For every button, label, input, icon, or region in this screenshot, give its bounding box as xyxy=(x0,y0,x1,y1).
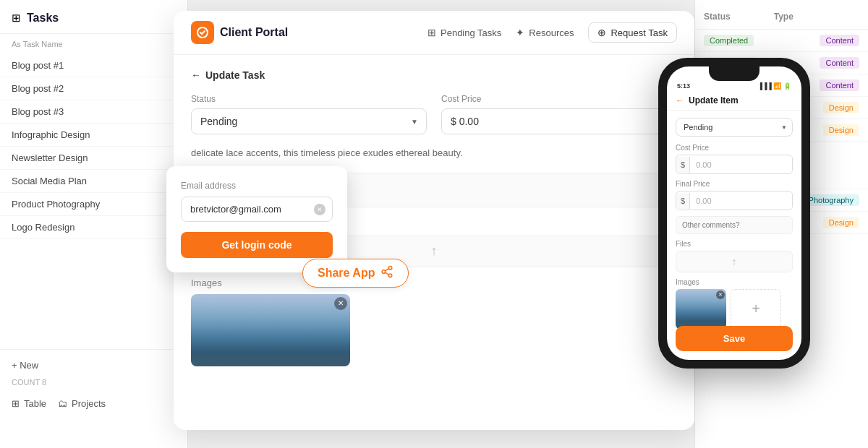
cost-price-field: Cost Price xyxy=(441,94,677,134)
task-description: delicate lace accents, this timeless pie… xyxy=(191,146,677,161)
portal-brand-name: Client Portal xyxy=(220,26,288,39)
status-select-wrapper[interactable]: Pending xyxy=(191,108,427,134)
status-badge: Completed xyxy=(704,35,754,46)
phone-cost-input[interactable] xyxy=(690,157,793,173)
back-arrow-icon: ← xyxy=(191,69,201,81)
list-item[interactable]: Product Photography xyxy=(0,193,187,216)
phone-back-icon[interactable]: ← xyxy=(676,95,684,105)
share-app-button[interactable]: Share App xyxy=(302,259,409,288)
image-thumbnail: ✕ xyxy=(191,294,350,366)
phone-status-wrapper[interactable]: Pending ▼ xyxy=(676,118,793,137)
portal-logo: Client Portal xyxy=(191,21,288,44)
email-input-wrapper: ✕ xyxy=(181,197,333,222)
sidebar-header: ⊞ Tasks xyxy=(0,12,187,34)
email-label: Email address xyxy=(181,181,333,191)
share-icon xyxy=(380,265,393,281)
tasks-sidebar: ⊞ Tasks As Task Name Blog post #1 Blog p… xyxy=(0,0,188,448)
new-item-button[interactable]: + New xyxy=(12,356,176,375)
type-badge: Design xyxy=(823,217,859,228)
type-badge: Photography xyxy=(803,194,859,206)
phone-image-close-button[interactable]: ✕ xyxy=(716,290,725,299)
status-field: Status Pending xyxy=(191,94,427,134)
phone-time: 5:13 xyxy=(677,82,690,90)
type-badge: Content xyxy=(820,57,859,69)
sidebar-footer: + New COUNT 8 ⊞ Table 🗂 Projects xyxy=(0,349,187,419)
cost-price-label: Cost Price xyxy=(441,94,677,104)
type-badge: Design xyxy=(823,124,859,136)
plus-icon: + xyxy=(752,301,760,317)
table-row: Completed Content xyxy=(695,30,868,52)
list-item[interactable]: Logo Redesign xyxy=(0,216,187,239)
tasks-icon: ⊞ xyxy=(12,12,21,25)
count-label: COUNT 8 xyxy=(12,375,176,389)
form-row-status-cost: Status Pending Cost Price xyxy=(191,94,677,134)
spinner-nav-icon: ✦ xyxy=(516,27,524,38)
phone-screen: 5:13 ▐▐▐ 📶 🔋 ← Update Item Pending ▼ Cos… xyxy=(667,66,801,360)
phone-status-bar: 5:13 ▐▐▐ 📶 🔋 xyxy=(667,81,801,90)
phone-add-image-button[interactable]: + xyxy=(731,289,781,329)
phone-body: Pending ▼ Cost Price $ ▲ ▼ Final Price $ xyxy=(667,111,801,343)
sidebar-title: Tasks xyxy=(27,12,59,25)
mountain-image xyxy=(191,294,350,366)
portal-logo-icon xyxy=(191,21,214,44)
svg-line-4 xyxy=(386,272,389,275)
list-item[interactable]: Newsletter Design xyxy=(0,147,187,170)
cost-price-input[interactable] xyxy=(441,108,677,134)
share-app-label: Share App xyxy=(318,267,375,280)
portal-nav: ⊞ Pending Tasks ✦ Resources ⊕ Request Ta… xyxy=(427,22,677,43)
nav-resources[interactable]: ✦ Resources xyxy=(516,27,574,38)
table-icon: ⊞ xyxy=(12,398,20,409)
phone-image-thumbnail: ✕ xyxy=(676,289,726,329)
phone-images-label: Images xyxy=(676,278,793,286)
phone-final-currency: $ xyxy=(676,193,690,209)
phone-cost-price-wrapper: $ ▲ ▼ xyxy=(676,155,793,174)
nav-request-task[interactable]: ⊕ Request Task xyxy=(588,22,677,43)
images-section-title: Images xyxy=(191,277,677,288)
list-item[interactable]: Social Media Plan xyxy=(0,170,187,193)
status-select[interactable]: Pending xyxy=(191,108,427,134)
phone-files-label: Files xyxy=(676,240,793,248)
email-clear-button[interactable]: ✕ xyxy=(314,204,326,215)
phone-final-input[interactable] xyxy=(690,193,793,209)
phone-comments-input[interactable] xyxy=(676,216,793,234)
phone-cost-currency: $ xyxy=(676,157,690,173)
status-label: Status xyxy=(191,94,427,104)
login-popup: Email address ✕ Get login code xyxy=(166,166,347,272)
columns-header: Status Type xyxy=(695,12,868,30)
grid-nav-icon: ⊞ xyxy=(427,27,436,38)
phone-signal-icons: ▐▐▐ 📶 🔋 xyxy=(758,82,791,90)
phone-page-title: Update Item xyxy=(689,95,739,105)
get-login-code-button[interactable]: Get login code xyxy=(181,232,333,258)
tab-projects[interactable]: 🗂 Projects xyxy=(58,394,106,413)
email-input[interactable] xyxy=(181,197,333,222)
tab-table[interactable]: ⊞ Table xyxy=(12,394,46,413)
task-col-header: As Task Name xyxy=(0,34,187,51)
type-badge: Design xyxy=(823,102,859,113)
phone-cost-label: Cost Price xyxy=(676,144,793,152)
plus-nav-icon: ⊕ xyxy=(597,27,606,38)
list-item[interactable]: Blog post #2 xyxy=(0,77,187,100)
projects-icon: 🗂 xyxy=(58,398,67,409)
status-col-header: Status xyxy=(704,12,731,22)
phone-final-price-wrapper: $ ▲ ▼ xyxy=(676,191,793,210)
phone-mockup: 5:13 ▐▐▐ 📶 🔋 ← Update Item Pending ▼ Cos… xyxy=(658,58,810,369)
list-item[interactable]: Infographic Design xyxy=(0,124,187,147)
upload-icon: ↑ xyxy=(431,244,438,259)
list-item[interactable]: Blog post #1 xyxy=(0,54,187,77)
phone-select-arrow-icon: ▼ xyxy=(781,124,787,131)
type-col-header: Type xyxy=(774,12,793,22)
phone-header: ← Update Item xyxy=(667,90,801,111)
svg-line-5 xyxy=(386,269,389,271)
phone-status-select[interactable]: Pending xyxy=(676,118,793,137)
list-item[interactable]: Blog post #3 xyxy=(0,100,187,124)
phone-images-row: ✕ + xyxy=(676,289,793,329)
back-button[interactable]: ← Update Task xyxy=(191,69,677,81)
phone-save-button[interactable]: Save xyxy=(676,326,793,351)
nav-pending-tasks[interactable]: ⊞ Pending Tasks xyxy=(427,27,501,38)
type-badge: Content xyxy=(820,79,859,91)
phone-final-label: Final Price xyxy=(676,180,793,188)
images-area: ✕ xyxy=(191,294,677,366)
type-badge: Content xyxy=(820,35,859,46)
phone-files-upload[interactable]: ↑ xyxy=(676,251,793,272)
image-close-button[interactable]: ✕ xyxy=(334,297,347,310)
